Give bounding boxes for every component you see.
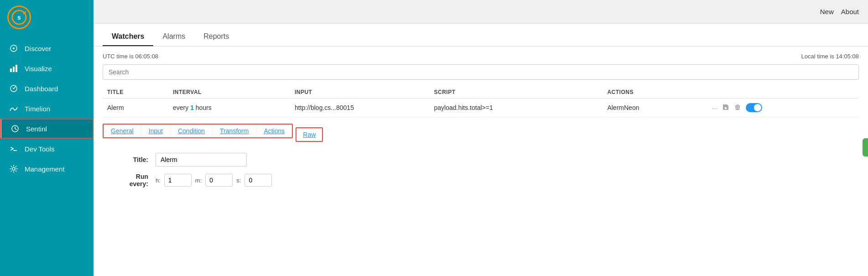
sidebar-item-management[interactable]: Management [0, 159, 94, 179]
tab-reports[interactable]: Reports [194, 27, 238, 46]
top-bar: New About [94, 0, 868, 24]
detail-tab-input[interactable]: Input [141, 125, 171, 137]
sidebar: s Discover Visualize Dashboard [0, 0, 94, 276]
s-input[interactable] [244, 174, 272, 187]
management-icon [9, 164, 18, 173]
about-button[interactable]: About [841, 8, 859, 16]
content-area: UTC time is 06:05:08 Local time is 14:05… [94, 47, 868, 276]
svg-rect-4 [10, 68, 12, 72]
new-button[interactable]: New [820, 8, 834, 16]
row-input: http://blog.cs...80015 [290, 99, 430, 117]
form-title-row: Title: [112, 153, 850, 167]
discover-icon [9, 44, 18, 53]
col-interval: INTERVAL [168, 86, 290, 99]
sidebar-item-visualize-label: Visualize [25, 65, 52, 73]
svg-text:s: s [17, 14, 21, 21]
sidebar-item-visualize[interactable]: Visualize [0, 58, 94, 78]
col-script: SCRIPT [429, 86, 603, 99]
row-actions-label: AlermNeon [603, 99, 707, 117]
sidebar-nav: Discover Visualize Dashboard Timelion Se… [0, 38, 94, 179]
watcher-table: TITLE INTERVAL INPUT SCRIPT ACTIONS Aler… [103, 86, 859, 117]
form-run-row: Runevery: h: m: s: [112, 173, 850, 187]
main-content: New About Watchers Alarms Reports UTC ti… [94, 0, 868, 276]
sidebar-item-sentinl-label: Sentinl [26, 125, 47, 133]
sidebar-item-devtools-label: Dev Tools [25, 145, 55, 153]
m-label: m: [195, 177, 202, 184]
timelion-icon [9, 104, 18, 113]
h-label: h: [156, 177, 161, 184]
save-icon[interactable] [722, 104, 729, 112]
sidebar-item-timelion-label: Timelion [25, 105, 50, 113]
run-fields: h: m: s: [156, 174, 272, 187]
m-input[interactable] [205, 174, 233, 187]
detail-tabs-row: General Input Condition Transform Action… [103, 124, 859, 146]
detail-tabs-group: General Input Condition Transform Action… [103, 124, 293, 138]
title-label: Title: [112, 156, 148, 163]
delete-icon[interactable] [734, 104, 741, 112]
row-title: Alerm [103, 99, 168, 117]
utc-time: UTC time is 06:05:08 [103, 53, 158, 60]
dashboard-icon [9, 84, 18, 93]
detail-tab-actions[interactable]: Actions [256, 125, 292, 137]
table-row: Alerm every 1 hours http://blog.cs...800… [103, 99, 859, 117]
tab-alarms[interactable]: Alarms [153, 27, 194, 46]
col-input: INPUT [290, 86, 430, 99]
detail-tab-raw[interactable]: Raw [296, 127, 323, 142]
time-row: UTC time is 06:05:08 Local time is 14:05… [103, 53, 859, 60]
row-action-icons: ··· [707, 99, 859, 117]
tabs-bar: Watchers Alarms Reports [94, 24, 868, 47]
sidebar-item-timelion[interactable]: Timelion [0, 99, 94, 119]
svg-point-10 [12, 167, 15, 170]
interval-highlight: 1 [190, 104, 194, 111]
status-indicator [863, 138, 868, 156]
logo: s [0, 0, 94, 35]
run-every-label: Runevery: [112, 173, 148, 187]
logo-icon: s [7, 5, 31, 29]
svg-point-3 [13, 47, 15, 49]
form-section: Title: Runevery: h: m: s: [103, 153, 859, 187]
devtools-icon [9, 144, 18, 153]
row-script: payload.hits.total>=1 [429, 99, 603, 117]
search-input[interactable] [103, 64, 859, 80]
local-time: Local time is 14:05:08 [801, 53, 859, 60]
sidebar-item-discover-label: Discover [25, 45, 51, 52]
s-label: s: [236, 177, 241, 184]
svg-rect-6 [16, 65, 17, 72]
col-icons [707, 86, 859, 99]
more-icon[interactable]: ··· [712, 104, 718, 112]
toggle-knob [754, 104, 761, 111]
tab-watchers[interactable]: Watchers [103, 27, 153, 46]
svg-point-8 [13, 88, 15, 89]
sidebar-item-discover[interactable]: Discover [0, 38, 94, 58]
visualize-icon [9, 64, 18, 73]
detail-tab-general[interactable]: General [104, 125, 141, 137]
detail-tab-transform[interactable]: Transform [213, 125, 256, 137]
col-actions: ACTIONS [603, 86, 707, 99]
sentinl-icon [10, 124, 20, 133]
detail-tab-condition[interactable]: Condition [171, 125, 213, 137]
sidebar-item-dashboard-label: Dashboard [25, 85, 58, 93]
title-input[interactable] [156, 153, 247, 167]
row-interval: every 1 hours [168, 99, 290, 117]
sidebar-item-devtools[interactable]: Dev Tools [0, 139, 94, 159]
sidebar-item-management-label: Management [25, 165, 65, 173]
sidebar-item-dashboard[interactable]: Dashboard [0, 78, 94, 99]
col-title: TITLE [103, 86, 168, 99]
h-input[interactable] [164, 174, 192, 187]
svg-rect-5 [13, 67, 15, 72]
sidebar-item-sentinl[interactable]: Sentinl [0, 119, 94, 139]
toggle-switch[interactable] [746, 103, 762, 112]
